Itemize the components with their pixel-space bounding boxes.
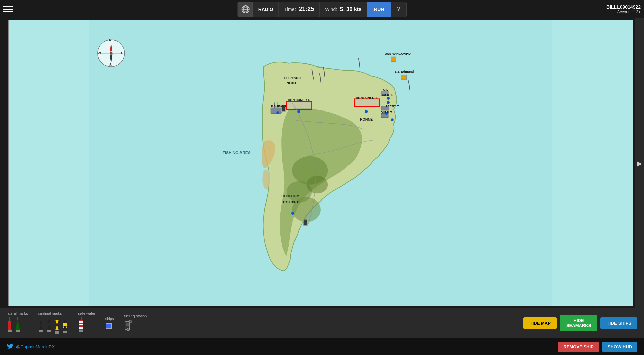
svg-point-8 (307, 176, 328, 193)
twitter-icon (7, 343, 13, 350)
twitter-handle: @CaptainMarcinRX (16, 344, 55, 349)
svg-rect-76 (55, 331, 59, 334)
lateral-marks-icons (7, 317, 21, 335)
svg-text:S: S (109, 63, 112, 67)
svg-point-27 (291, 212, 294, 215)
svg-rect-10 (271, 108, 281, 113)
svg-point-25 (391, 118, 394, 121)
topbar-center: RADIO Time: 21:25 Wind: S, 30 kts RUN ? (238, 2, 407, 17)
bottom-bar: @CaptainMarcinRX REMOVE SHIP SHOW HUD (0, 338, 644, 355)
safe-water-label: safe water (78, 311, 95, 315)
topbar-left (3, 4, 14, 15)
legend-safe-water: safe water (78, 311, 95, 335)
svg-rect-13 (287, 102, 312, 109)
svg-text:OIL T.: OIL T. (383, 88, 392, 91)
svg-text:FISHING P.: FISHING P. (282, 200, 299, 204)
svg-rect-88 (106, 323, 111, 329)
svg-text:N: N (109, 38, 112, 42)
time-label: Time: (284, 7, 296, 12)
svg-rect-81 (63, 331, 67, 333)
cardinal-mark-north (38, 317, 44, 335)
topbar: RADIO Time: 21:25 Wind: S, 30 kts RUN ? … (0, 0, 644, 18)
hide-ships-button[interactable]: HIDE SHIPS (600, 317, 637, 329)
wind-label: Wind: (325, 7, 337, 12)
svg-marker-70 (47, 320, 51, 324)
remove-ship-button[interactable]: REMOVE SHIP (558, 342, 599, 352)
svg-text:S.S Edmund: S.S Edmund (395, 70, 414, 73)
svg-text:RONNE: RONNE (360, 117, 373, 121)
svg-text:GUDHJEM: GUDHJEM (281, 194, 299, 198)
help-button[interactable]: ? (391, 2, 406, 17)
svg-rect-64 (16, 330, 20, 332)
ships-label: ships (105, 317, 114, 321)
svg-marker-66 (39, 320, 43, 324)
menu-button[interactable] (3, 4, 14, 15)
topbar-right: BILLL09014922 Account: 13+ (606, 4, 641, 14)
cardinal-mark-east (46, 317, 52, 335)
svg-rect-61 (8, 330, 12, 332)
cardinal-mark-south (54, 317, 60, 335)
svg-rect-72 (47, 330, 51, 332)
account-level: Account: 13+ (617, 10, 641, 14)
right-arrow-button[interactable]: ▶ (635, 18, 644, 308)
svg-text:FISHING AREA: FISHING AREA (223, 150, 251, 155)
lateral-mark-green (15, 317, 21, 335)
hide-seamarls-button[interactable]: HIDE SEAMARKS (560, 315, 597, 331)
bottom-right-buttons: REMOVE SHIP SHOW HUD (558, 342, 637, 352)
svg-marker-74 (55, 320, 59, 325)
svg-rect-49 (401, 75, 406, 80)
wind-display: Wind: S, 30 kts (320, 2, 367, 17)
fuel-icon-legend (124, 320, 132, 332)
svg-text:NEXO: NEXO (287, 81, 296, 85)
svg-point-22 (387, 97, 390, 100)
cardinal-mark-west (62, 317, 68, 335)
svg-marker-71 (47, 325, 51, 329)
svg-rect-87 (79, 330, 83, 332)
svg-rect-86 (79, 325, 83, 327)
svg-marker-67 (39, 325, 43, 329)
fueling-label: fueling station (124, 314, 147, 318)
show-hud-button[interactable]: SHOW HUD (602, 342, 637, 352)
svg-marker-63 (15, 320, 20, 330)
svg-text:SHIPYARD: SHIPYARD (284, 76, 301, 80)
map-svg: SHIPYARD NEXO FISHING P. CONTAINER T. CO… (9, 20, 633, 306)
svg-rect-83 (79, 320, 83, 329)
svg-text:E: E (121, 51, 123, 55)
svg-point-91 (127, 328, 130, 331)
svg-rect-47 (391, 57, 396, 62)
cardinal-marks-icons (38, 317, 68, 335)
map-container[interactable]: SHIPYARD NEXO FISHING P. CONTAINER T. CO… (8, 20, 633, 306)
legend-fueling: fueling station (124, 314, 147, 332)
svg-rect-85 (79, 323, 83, 324)
run-button[interactable]: RUN (367, 2, 391, 17)
svg-rect-93 (129, 321, 131, 323)
svg-text:CONTAINER T.: CONTAINER T. (288, 98, 310, 102)
time-value: 21:25 (299, 6, 314, 13)
lateral-mark-red (7, 317, 13, 335)
twitter-link[interactable]: @CaptainMarcinRX (7, 343, 55, 350)
fueling-icons (124, 320, 132, 332)
main-content: SHIPYARD NEXO FISHING P. CONTAINER T. CO… (0, 18, 644, 308)
svg-rect-14 (355, 99, 379, 107)
svg-text:FERRY T.: FERRY T. (385, 104, 399, 108)
svg-marker-75 (55, 325, 59, 330)
lateral-marks-label: lateral marks (7, 311, 28, 315)
hide-map-button[interactable]: HIDE MAP (523, 317, 557, 329)
svg-text:BULK T.: BULK T. (381, 110, 393, 114)
svg-point-26 (276, 111, 279, 114)
radio-button[interactable]: RADIO (253, 2, 279, 17)
svg-marker-78 (63, 319, 67, 323)
legend-bar: lateral marks cardinal marks (0, 308, 644, 338)
svg-point-21 (365, 110, 368, 113)
safe-water-mark (78, 317, 84, 335)
svg-text:CONTAINER T.: CONTAINER T. (356, 96, 378, 100)
svg-point-23 (387, 101, 390, 104)
svg-rect-19 (303, 219, 308, 226)
wind-value: S, 30 kts (340, 6, 362, 12)
svg-text:USS VANGUARD: USS VANGUARD (385, 52, 411, 55)
username: BILLL09014922 (606, 4, 641, 10)
globe-button[interactable] (238, 2, 253, 17)
svg-rect-68 (39, 330, 43, 332)
safe-water-icons (78, 317, 84, 335)
svg-rect-90 (126, 323, 129, 326)
